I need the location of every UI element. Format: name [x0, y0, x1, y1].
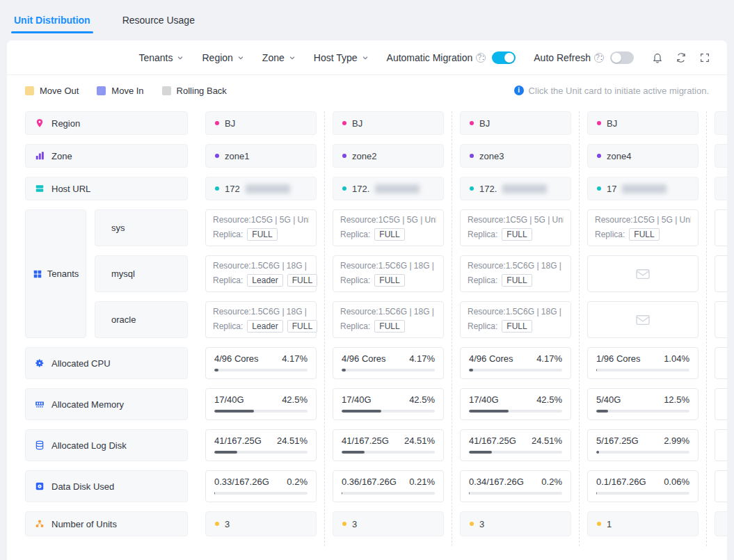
progress-fill	[596, 492, 597, 495]
unit-card-sys[interactable]: Resource:1C5G | 5G | Unlim... Replica:FU…	[205, 209, 317, 246]
redacted-ip	[622, 184, 667, 193]
unit-card-oracle[interactable]: Resource:1.5C6G | 18G | U... Replica:Lea…	[205, 301, 317, 338]
filter-region[interactable]: Region	[202, 52, 244, 63]
progress-fill	[214, 451, 237, 454]
allocated-memory-cell: 5/40G12.5%	[587, 388, 699, 420]
auto-refresh-control: Auto Refresh	[534, 51, 634, 64]
progress-bar	[214, 369, 308, 371]
progress-fill	[214, 369, 218, 371]
migration-hint: Click the Unit card to initiate active m…	[514, 86, 709, 96]
progress-fill	[342, 492, 342, 495]
filter-label: Zone	[262, 52, 285, 63]
filter-tenants[interactable]: Tenants	[138, 52, 184, 63]
unit-count-cell	[715, 511, 727, 536]
unit-resource: Resource:1.5C6G | 18G | U...	[468, 261, 564, 271]
notification-bell-icon[interactable]	[652, 52, 663, 63]
unit-card-oracle-empty	[587, 301, 699, 338]
replica-label: Replica:	[213, 230, 243, 239]
metric-percent: 24.51%	[404, 435, 435, 446]
tenant-name: sys	[111, 223, 125, 233]
host-column-3: BJ zone3 172. Resource:1C5G | 5G | Unlim…	[460, 111, 571, 545]
unit-card	[715, 209, 727, 246]
row-label-allocated-cpu: Allocated CPU	[25, 347, 188, 379]
redacted-ip	[246, 184, 290, 193]
filter-host-type[interactable]: Host Type	[314, 52, 369, 63]
unit-card-sys[interactable]: Resource:1C5G | 5G | Unlim... Replica:FU…	[333, 209, 444, 246]
replica-badge: FULL	[287, 274, 317, 287]
automatic-migration-control: Automatic Migration	[387, 51, 516, 64]
unit-resource: Resource:1C5G | 5G | Unlim...	[595, 215, 691, 225]
redacted-ip	[502, 184, 547, 193]
unit-card-sys[interactable]: Resource:1C5G | 5G | Unlim... Replica:FU…	[587, 209, 699, 246]
automatic-migration-toggle[interactable]	[492, 51, 516, 64]
unit-card-oracle[interactable]: Resource:1.5C6G | 18G | U... Replica:FUL…	[460, 301, 571, 338]
unit-resource: Resource:1.5C6G | 18G | U...	[213, 307, 309, 317]
host-cell[interactable]: 172.	[460, 177, 571, 200]
move-out-swatch	[25, 86, 34, 95]
tab-resource-usage[interactable]: Resource Usage	[117, 2, 200, 38]
host-cell[interactable]: 172.	[333, 177, 444, 200]
zone-cell: zone2	[333, 144, 444, 168]
region-dot-icon	[470, 121, 474, 125]
unit-card-mysql[interactable]: Resource:1.5C6G | 18G | U... Replica:Lea…	[205, 255, 317, 292]
region-cell: BJ	[333, 111, 444, 135]
unit-count-dot-icon	[597, 522, 601, 526]
metric-value: 17/40G	[214, 394, 244, 405]
host-column-1: BJ zone1 172 Resource:1C5G | 5G | Unlim.…	[205, 111, 317, 545]
data-disk-used-cell: 0.1/167.26G0.06%	[587, 470, 699, 502]
empty-mail-icon	[635, 314, 651, 326]
column-separator	[699, 111, 715, 546]
allocated-log-disk-cell: 41/167.25G24.51%	[460, 429, 571, 461]
host-column-2: BJ zone2 172. Resource:1C5G | 5G | Unlim…	[333, 111, 444, 545]
progress-fill	[342, 410, 381, 413]
row-label-text: Allocated Log Disk	[51, 440, 127, 451]
region-dot-icon	[342, 121, 346, 125]
unit-card	[715, 301, 727, 338]
host-cell[interactable]: 172	[205, 177, 317, 200]
replica-label: Replica:	[340, 230, 370, 239]
region-icon	[35, 118, 45, 128]
unit-card-sys[interactable]: Resource:1C5G | 5G | Unlim... Replica:FU…	[460, 209, 571, 246]
progress-bar	[596, 451, 689, 454]
unit-count-value: 3	[225, 519, 230, 529]
filter-zone[interactable]: Zone	[262, 52, 296, 63]
refresh-icon[interactable]	[676, 52, 687, 63]
metric-percent: 0.06%	[664, 477, 689, 487]
replica-badge: FULL	[287, 320, 317, 333]
unit-card-mysql[interactable]: Resource:1.5C6G | 18G | U... Replica:FUL…	[460, 255, 571, 292]
replica-label: Replica:	[468, 275, 497, 285]
toolbar-icons	[652, 52, 710, 63]
host-value: 172	[225, 184, 240, 194]
host-columns-viewport: BJ zone1 172 Resource:1C5G | 5G | Unlim.…	[205, 111, 727, 546]
row-label-text: Number of Units	[51, 519, 117, 529]
toolbar: Tenants Region Zone Host Type Automatic …	[7, 40, 727, 75]
unit-card-oracle[interactable]: Resource:1.5C6G | 18G | U... Replica:FUL…	[333, 301, 444, 338]
replica-badge: FULL	[374, 228, 404, 241]
unit-card-mysql[interactable]: Resource:1.5C6G | 18G | U... Replica:FUL…	[333, 255, 444, 292]
row-label-text: Tenants	[47, 269, 79, 279]
progress-fill	[342, 369, 346, 371]
metric-value: 5/167.25G	[596, 435, 639, 446]
host-value: 172.	[352, 184, 369, 194]
metric-percent: 24.51%	[277, 435, 308, 446]
replica-badge: Leader	[247, 274, 282, 287]
host-cell[interactable]: 17	[587, 177, 699, 200]
allocated-memory-cell: 17/40G42.5%	[460, 388, 571, 420]
legend-label: Move In	[111, 86, 143, 96]
progress-fill	[469, 492, 470, 495]
host-column-4: BJ zone4 17 Resource:1C5G | 5G | Unlim..…	[587, 111, 699, 545]
progress-fill	[596, 369, 597, 371]
chevron-down-icon	[289, 54, 296, 61]
allocated-cpu-cell: 4/96 Cores4.17%	[460, 347, 571, 379]
metric-value: 41/167.25G	[469, 435, 516, 446]
tab-unit-distribution[interactable]: Unit Distribution	[8, 2, 96, 38]
auto-refresh-toggle[interactable]	[610, 51, 634, 64]
metric-percent: 4.17%	[409, 353, 435, 364]
allocated-memory-cell: 17/40G42.5%	[205, 388, 317, 420]
region-cell	[715, 111, 727, 135]
fullscreen-icon[interactable]	[699, 52, 710, 63]
replica-label: Replica:	[468, 230, 497, 239]
metric-percent: 42.5%	[536, 394, 562, 405]
filter-label: Region	[202, 52, 232, 63]
column-separator	[444, 111, 460, 546]
